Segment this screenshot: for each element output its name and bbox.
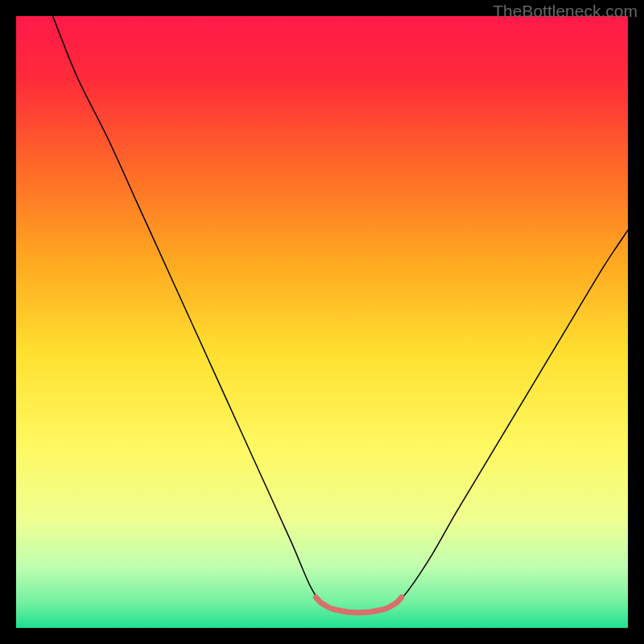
chart-container: TheBottleneck.com [0, 0, 644, 644]
chart-plot [16, 16, 628, 628]
watermark-text: TheBottleneck.com [493, 2, 638, 21]
gradient-background [16, 16, 628, 628]
